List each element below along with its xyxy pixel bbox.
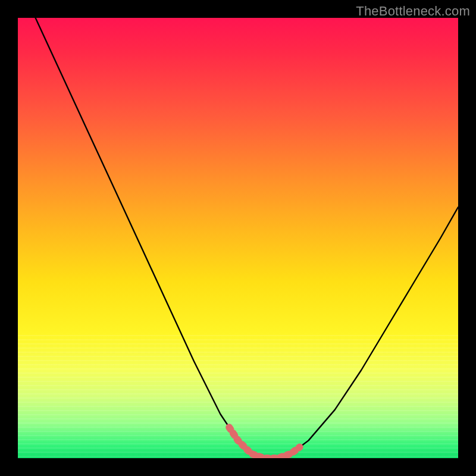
chart-frame: TheBottleneck.com	[0, 0, 476, 476]
gradient-plot-area	[18, 18, 458, 458]
lower-gradient-bands	[18, 335, 458, 458]
bottleneck-curve	[36, 18, 458, 458]
curve-layer	[18, 18, 458, 458]
watermark-text: TheBottleneck.com	[356, 4, 470, 19]
optimal-range-highlight	[229, 427, 299, 458]
